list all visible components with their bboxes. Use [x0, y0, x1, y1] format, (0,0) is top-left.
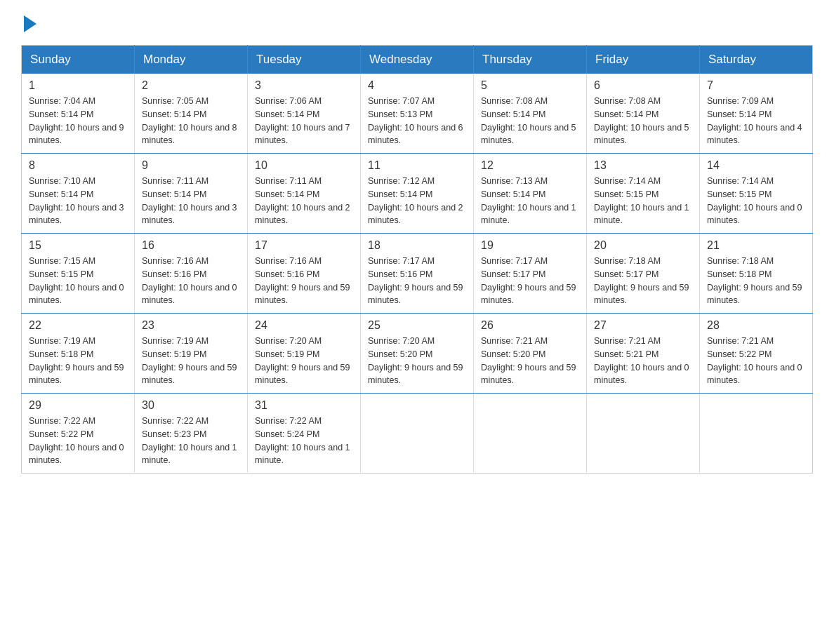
- day-number: 17: [255, 239, 353, 252]
- week-row-4: 22 Sunrise: 7:19 AMSunset: 5:18 PMDaylig…: [22, 314, 813, 394]
- day-cell: 7 Sunrise: 7:09 AMSunset: 5:14 PMDayligh…: [700, 74, 813, 154]
- day-info: Sunrise: 7:17 AMSunset: 5:16 PMDaylight:…: [368, 255, 466, 307]
- day-info: Sunrise: 7:06 AMSunset: 5:14 PMDaylight:…: [255, 95, 353, 147]
- day-info: Sunrise: 7:20 AMSunset: 5:20 PMDaylight:…: [368, 335, 466, 387]
- day-number: 18: [368, 239, 466, 252]
- day-cell: [474, 394, 587, 474]
- day-info: Sunrise: 7:12 AMSunset: 5:14 PMDaylight:…: [368, 175, 466, 227]
- header-cell-thursday: Thursday: [474, 46, 587, 74]
- day-cell: 23 Sunrise: 7:19 AMSunset: 5:19 PMDaylig…: [135, 314, 248, 394]
- day-cell: 28 Sunrise: 7:21 AMSunset: 5:22 PMDaylig…: [700, 314, 813, 394]
- day-info: Sunrise: 7:16 AMSunset: 5:16 PMDaylight:…: [142, 255, 240, 307]
- day-number: 6: [594, 79, 692, 92]
- day-info: Sunrise: 7:04 AMSunset: 5:14 PMDaylight:…: [29, 95, 127, 147]
- week-row-3: 15 Sunrise: 7:15 AMSunset: 5:15 PMDaylig…: [22, 234, 813, 314]
- day-cell: [361, 394, 474, 474]
- day-cell: 29 Sunrise: 7:22 AMSunset: 5:22 PMDaylig…: [22, 394, 135, 474]
- day-info: Sunrise: 7:08 AMSunset: 5:14 PMDaylight:…: [481, 95, 579, 147]
- day-cell: 5 Sunrise: 7:08 AMSunset: 5:14 PMDayligh…: [474, 74, 587, 154]
- day-cell: 3 Sunrise: 7:06 AMSunset: 5:14 PMDayligh…: [248, 74, 361, 154]
- logo-text: [21, 14, 37, 32]
- day-number: 31: [255, 399, 353, 412]
- day-cell: 27 Sunrise: 7:21 AMSunset: 5:21 PMDaylig…: [587, 314, 700, 394]
- day-number: 9: [142, 159, 240, 172]
- day-cell: 17 Sunrise: 7:16 AMSunset: 5:16 PMDaylig…: [248, 234, 361, 314]
- day-number: 22: [29, 319, 127, 332]
- calendar-table: SundayMondayTuesdayWednesdayThursdayFrid…: [21, 45, 813, 474]
- day-info: Sunrise: 7:14 AMSunset: 5:15 PMDaylight:…: [707, 175, 805, 227]
- day-number: 2: [142, 79, 240, 92]
- day-info: Sunrise: 7:15 AMSunset: 5:15 PMDaylight:…: [29, 255, 127, 307]
- day-info: Sunrise: 7:05 AMSunset: 5:14 PMDaylight:…: [142, 95, 240, 147]
- day-info: Sunrise: 7:21 AMSunset: 5:22 PMDaylight:…: [707, 335, 805, 387]
- day-cell: 16 Sunrise: 7:16 AMSunset: 5:16 PMDaylig…: [135, 234, 248, 314]
- week-row-5: 29 Sunrise: 7:22 AMSunset: 5:22 PMDaylig…: [22, 394, 813, 474]
- day-number: 29: [29, 399, 127, 412]
- day-number: 26: [481, 319, 579, 332]
- day-info: Sunrise: 7:21 AMSunset: 5:21 PMDaylight:…: [594, 335, 692, 387]
- logo: [21, 14, 37, 32]
- header-cell-monday: Monday: [135, 46, 248, 74]
- day-number: 25: [368, 319, 466, 332]
- day-cell: 10 Sunrise: 7:11 AMSunset: 5:14 PMDaylig…: [248, 154, 361, 234]
- day-info: Sunrise: 7:18 AMSunset: 5:17 PMDaylight:…: [594, 255, 692, 307]
- day-info: Sunrise: 7:18 AMSunset: 5:18 PMDaylight:…: [707, 255, 805, 307]
- day-number: 12: [481, 159, 579, 172]
- header-cell-saturday: Saturday: [700, 46, 813, 74]
- day-number: 24: [255, 319, 353, 332]
- day-info: Sunrise: 7:20 AMSunset: 5:19 PMDaylight:…: [255, 335, 353, 387]
- day-number: 28: [707, 319, 805, 332]
- day-info: Sunrise: 7:13 AMSunset: 5:14 PMDaylight:…: [481, 175, 579, 227]
- day-number: 20: [594, 239, 692, 252]
- day-cell: 9 Sunrise: 7:11 AMSunset: 5:14 PMDayligh…: [135, 154, 248, 234]
- day-cell: 18 Sunrise: 7:17 AMSunset: 5:16 PMDaylig…: [361, 234, 474, 314]
- day-cell: 12 Sunrise: 7:13 AMSunset: 5:14 PMDaylig…: [474, 154, 587, 234]
- day-info: Sunrise: 7:16 AMSunset: 5:16 PMDaylight:…: [255, 255, 353, 307]
- day-number: 21: [707, 239, 805, 252]
- day-cell: 15 Sunrise: 7:15 AMSunset: 5:15 PMDaylig…: [22, 234, 135, 314]
- day-info: Sunrise: 7:21 AMSunset: 5:20 PMDaylight:…: [481, 335, 579, 387]
- header-row: SundayMondayTuesdayWednesdayThursdayFrid…: [22, 46, 813, 74]
- day-number: 8: [29, 159, 127, 172]
- day-info: Sunrise: 7:14 AMSunset: 5:15 PMDaylight:…: [594, 175, 692, 227]
- day-info: Sunrise: 7:19 AMSunset: 5:19 PMDaylight:…: [142, 335, 240, 387]
- day-cell: 13 Sunrise: 7:14 AMSunset: 5:15 PMDaylig…: [587, 154, 700, 234]
- day-number: 5: [481, 79, 579, 92]
- day-cell: 11 Sunrise: 7:12 AMSunset: 5:14 PMDaylig…: [361, 154, 474, 234]
- day-cell: 21 Sunrise: 7:18 AMSunset: 5:18 PMDaylig…: [700, 234, 813, 314]
- day-number: 15: [29, 239, 127, 252]
- day-info: Sunrise: 7:11 AMSunset: 5:14 PMDaylight:…: [255, 175, 353, 227]
- day-number: 1: [29, 79, 127, 92]
- day-cell: 25 Sunrise: 7:20 AMSunset: 5:20 PMDaylig…: [361, 314, 474, 394]
- day-info: Sunrise: 7:08 AMSunset: 5:14 PMDaylight:…: [594, 95, 692, 147]
- day-info: Sunrise: 7:11 AMSunset: 5:14 PMDaylight:…: [142, 175, 240, 227]
- day-cell: [700, 394, 813, 474]
- calendar-header: SundayMondayTuesdayWednesdayThursdayFrid…: [22, 46, 813, 74]
- day-number: 30: [142, 399, 240, 412]
- day-info: Sunrise: 7:22 AMSunset: 5:22 PMDaylight:…: [29, 415, 127, 467]
- day-cell: 20 Sunrise: 7:18 AMSunset: 5:17 PMDaylig…: [587, 234, 700, 314]
- week-row-1: 1 Sunrise: 7:04 AMSunset: 5:14 PMDayligh…: [22, 74, 813, 154]
- day-info: Sunrise: 7:09 AMSunset: 5:14 PMDaylight:…: [707, 95, 805, 147]
- header-cell-sunday: Sunday: [22, 46, 135, 74]
- day-cell: 2 Sunrise: 7:05 AMSunset: 5:14 PMDayligh…: [135, 74, 248, 154]
- day-number: 27: [594, 319, 692, 332]
- day-info: Sunrise: 7:22 AMSunset: 5:24 PMDaylight:…: [255, 415, 353, 467]
- day-cell: 22 Sunrise: 7:19 AMSunset: 5:18 PMDaylig…: [22, 314, 135, 394]
- day-cell: 19 Sunrise: 7:17 AMSunset: 5:17 PMDaylig…: [474, 234, 587, 314]
- day-cell: 8 Sunrise: 7:10 AMSunset: 5:14 PMDayligh…: [22, 154, 135, 234]
- day-cell: 26 Sunrise: 7:21 AMSunset: 5:20 PMDaylig…: [474, 314, 587, 394]
- day-cell: 1 Sunrise: 7:04 AMSunset: 5:14 PMDayligh…: [22, 74, 135, 154]
- week-row-2: 8 Sunrise: 7:10 AMSunset: 5:14 PMDayligh…: [22, 154, 813, 234]
- day-number: 10: [255, 159, 353, 172]
- day-number: 3: [255, 79, 353, 92]
- calendar-body: 1 Sunrise: 7:04 AMSunset: 5:14 PMDayligh…: [22, 74, 813, 474]
- day-number: 16: [142, 239, 240, 252]
- day-number: 11: [368, 159, 466, 172]
- day-number: 7: [707, 79, 805, 92]
- day-info: Sunrise: 7:19 AMSunset: 5:18 PMDaylight:…: [29, 335, 127, 387]
- day-cell: 30 Sunrise: 7:22 AMSunset: 5:23 PMDaylig…: [135, 394, 248, 474]
- day-cell: 24 Sunrise: 7:20 AMSunset: 5:19 PMDaylig…: [248, 314, 361, 394]
- day-info: Sunrise: 7:07 AMSunset: 5:13 PMDaylight:…: [368, 95, 466, 147]
- day-cell: 4 Sunrise: 7:07 AMSunset: 5:13 PMDayligh…: [361, 74, 474, 154]
